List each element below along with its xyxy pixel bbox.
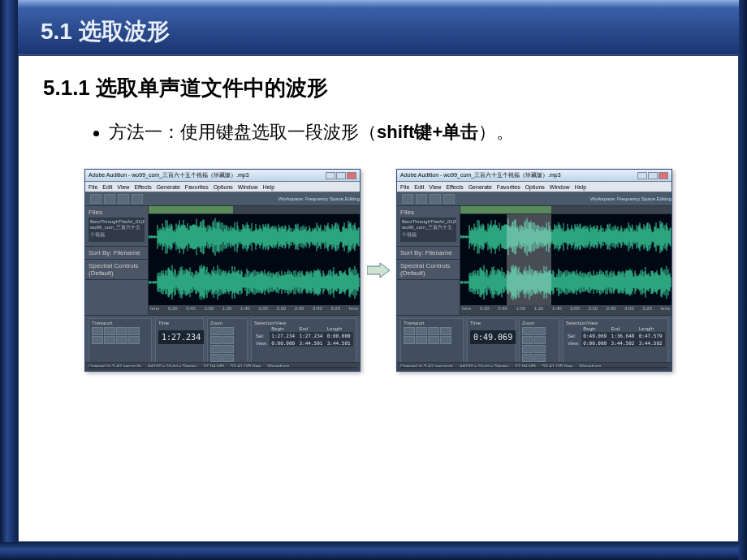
slide-content: 5.1.1 选取单声道文件中的波形 方法一：使用键盘选取一段波形（shift键+… <box>18 55 739 542</box>
figure-row: Adobe Audition - wo99_com_三百六十五个祝福（珍藏版）.… <box>43 169 714 372</box>
bullet-text: 方法一：使用键盘选取一段波形（shift键+单击）。 <box>109 120 514 144</box>
screenshot-after: Adobe Audition - wo99_com_三百六十五个祝福（珍藏版）.… <box>396 169 672 372</box>
svg-marker-0 <box>367 263 390 278</box>
slide-header: 5.1 选取波形 <box>18 8 739 55</box>
arrow-right-icon <box>367 261 390 279</box>
bullet-dot-icon <box>93 131 99 136</box>
sub-heading: 5.1.1 选取单声道文件中的波形 <box>43 74 714 102</box>
section-title: 5.1 选取波形 <box>41 16 170 47</box>
bullet-item: 方法一：使用键盘选取一段波形（shift键+单击）。 <box>93 120 714 144</box>
screenshot-before: Adobe Audition - wo99_com_三百六十五个祝福（珍藏版）.… <box>84 169 361 372</box>
